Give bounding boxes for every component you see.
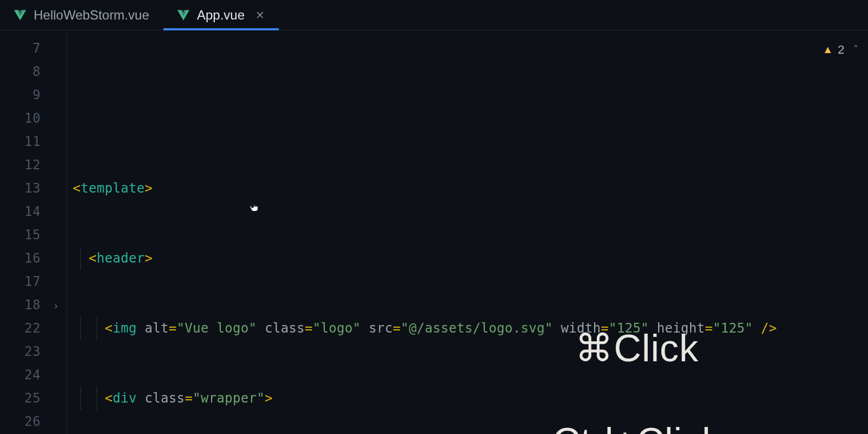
code-line[interactable]: <header> bbox=[67, 247, 868, 270]
shortcut-annotation: ⌘Click Ctrl+Click bbox=[553, 280, 722, 434]
tab-label: App.vue bbox=[197, 8, 245, 23]
vue-icon bbox=[177, 10, 189, 21]
tab-app[interactable]: App.vue ✕ bbox=[163, 0, 279, 30]
fold-icon[interactable]: › bbox=[53, 293, 59, 317]
inspection-badge[interactable]: ▲ 2 ˄ bbox=[822, 38, 858, 61]
gutter: 789101112131415161718›2223242526 bbox=[0, 30, 67, 434]
warning-icon: ▲ bbox=[822, 38, 833, 61]
chevron-up-icon: ˄ bbox=[853, 38, 858, 61]
tab-bar: HelloWebStorm.vue App.vue ✕ bbox=[0, 0, 868, 30]
warning-count: 2 bbox=[838, 38, 845, 61]
editor: 789101112131415161718›2223242526 ▲ 2 ˄ <… bbox=[0, 30, 868, 434]
pointer-cursor-icon bbox=[248, 201, 260, 214]
tab-hellowebstorm[interactable]: HelloWebStorm.vue bbox=[0, 0, 163, 30]
code-line[interactable]: <template> bbox=[67, 177, 868, 200]
annotation-line: ⌘Click bbox=[553, 327, 722, 371]
close-icon[interactable]: ✕ bbox=[256, 9, 265, 22]
code-line[interactable]: <div class="wrapper"> bbox=[67, 387, 868, 410]
vue-icon bbox=[14, 10, 26, 21]
code-line[interactable]: <img alt="Vue logo" class="logo" src="@/… bbox=[67, 317, 868, 340]
code-area[interactable]: ▲ 2 ˄ <template> <header> <img alt="Vue … bbox=[67, 30, 868, 434]
tab-label: HelloWebStorm.vue bbox=[34, 8, 149, 23]
annotation-line: Ctrl+Click bbox=[553, 417, 722, 435]
